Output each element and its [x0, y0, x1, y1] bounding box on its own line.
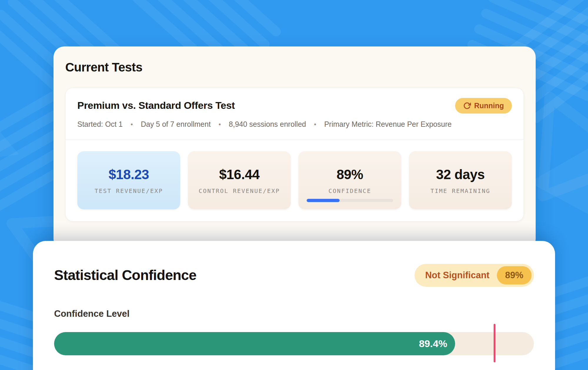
stat-label: TEST REVENUE/EXP: [95, 187, 163, 194]
test-card[interactable]: Premium vs. Standard Offers Test Running…: [65, 88, 524, 221]
stat-value: $16.44: [219, 166, 260, 182]
stat-value: 32 days: [436, 166, 485, 182]
running-status-label: Running: [474, 101, 504, 110]
meta-separator: •: [314, 121, 316, 128]
stat-value: 89%: [337, 166, 363, 182]
significance-badge-label: Not Significant: [425, 270, 490, 281]
stat-label: CONTROL REVENUE/EXP: [199, 187, 280, 194]
meta-enrollment-day: Day 5 of 7 enrollment: [141, 120, 211, 129]
test-card-header: Premium vs. Standard Offers Test Running…: [66, 88, 524, 139]
meta-primary-metric: Primary Metric: Revenue Per Exposure: [324, 120, 452, 129]
confidence-marker: [494, 324, 495, 362]
stat-label: CONFIDENCE: [328, 187, 371, 194]
refresh-icon: [463, 102, 471, 110]
meta-separator: •: [219, 121, 221, 128]
stat-card-confidence[interactable]: 89% CONFIDENCE: [298, 151, 401, 209]
test-meta-row: Started: Oct 1 • Day 5 of 7 enrollment •…: [77, 120, 512, 129]
confidence-bar-track: 89.4%: [54, 332, 534, 355]
significance-badge[interactable]: Not Significant 89%: [415, 264, 534, 287]
significance-badge-value: 89%: [497, 266, 532, 284]
stat-value: $18.23: [108, 166, 149, 182]
meta-started: Started: Oct 1: [77, 120, 123, 129]
confidence-level-label: Confidence Level: [54, 309, 534, 319]
current-tests-card: Current Tests Premium vs. Standard Offer…: [54, 46, 536, 249]
meta-sessions: 8,940 sessions enrolled: [229, 120, 306, 129]
confidence-progress-track: [307, 199, 393, 202]
page: Current Tests Premium vs. Standard Offer…: [0, 0, 588, 370]
test-name: Premium vs. Standard Offers Test: [77, 100, 512, 111]
stats-row: $18.23 TEST REVENUE/EXP $16.44 CONTROL R…: [66, 139, 524, 221]
running-status-badge[interactable]: Running: [455, 98, 512, 114]
statistical-confidence-card: Statistical Confidence Not Significant 8…: [33, 241, 555, 370]
stat-label: TIME REMAINING: [430, 187, 490, 194]
current-tests-title: Current Tests: [65, 60, 524, 75]
stat-card-time-remaining[interactable]: 32 days TIME REMAINING: [409, 151, 512, 209]
stat-card-test-revenue[interactable]: $18.23 TEST REVENUE/EXP: [77, 151, 180, 209]
meta-separator: •: [131, 121, 133, 128]
stat-card-control-revenue[interactable]: $16.44 CONTROL REVENUE/EXP: [188, 151, 291, 209]
confidence-bar-fill: 89.4%: [54, 332, 455, 355]
confidence-bar-value: 89.4%: [419, 338, 447, 349]
stat-confidence-progress-fill: [307, 199, 340, 202]
statistical-confidence-title: Statistical Confidence: [54, 267, 196, 284]
statistical-confidence-header: Statistical Confidence Not Significant 8…: [54, 264, 534, 287]
